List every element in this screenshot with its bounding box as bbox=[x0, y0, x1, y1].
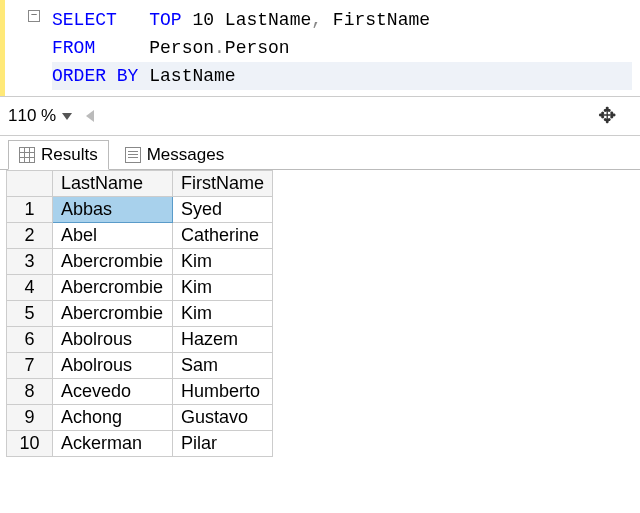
results-grid[interactable]: LastName FirstName 1 Abbas Syed 2 Abel C… bbox=[0, 170, 640, 457]
column-header-firstname[interactable]: FirstName bbox=[173, 171, 273, 197]
cell-lastname[interactable]: Abel bbox=[53, 223, 173, 249]
cell-lastname[interactable]: Abercrombie bbox=[53, 301, 173, 327]
table-row[interactable]: 2 Abel Catherine bbox=[7, 223, 273, 249]
row-number[interactable]: 2 bbox=[7, 223, 53, 249]
cell-firstname[interactable]: Catherine bbox=[173, 223, 273, 249]
cell-firstname[interactable]: Kim bbox=[173, 275, 273, 301]
cell-lastname[interactable]: Ackerman bbox=[53, 431, 173, 457]
scroll-left-icon[interactable] bbox=[86, 110, 94, 122]
cell-firstname[interactable]: Pilar bbox=[173, 431, 273, 457]
sql-editor[interactable]: − SELECT TOP 10 LastName, FirstName FROM… bbox=[0, 0, 640, 97]
row-number[interactable]: 3 bbox=[7, 249, 53, 275]
row-number[interactable]: 7 bbox=[7, 353, 53, 379]
table-row[interactable]: 10 Ackerman Pilar bbox=[7, 431, 273, 457]
zoom-bar: 110 % ✥ bbox=[0, 97, 640, 136]
code-line: SELECT TOP 10 LastName, FirstName bbox=[52, 6, 632, 34]
code-line: FROM Person.Person bbox=[52, 34, 632, 62]
table-row[interactable]: 8 Acevedo Humberto bbox=[7, 379, 273, 405]
messages-icon bbox=[125, 147, 141, 163]
table-row[interactable]: 5 Abercrombie Kim bbox=[7, 301, 273, 327]
tab-messages[interactable]: Messages bbox=[115, 141, 234, 169]
row-number[interactable]: 10 bbox=[7, 431, 53, 457]
cell-firstname[interactable]: Syed bbox=[173, 197, 273, 223]
zoom-dropdown-icon[interactable] bbox=[62, 113, 72, 120]
cell-firstname[interactable]: Gustavo bbox=[173, 405, 273, 431]
cell-lastname[interactable]: Achong bbox=[53, 405, 173, 431]
cell-lastname[interactable]: Abbas bbox=[53, 197, 173, 223]
code-area[interactable]: SELECT TOP 10 LastName, FirstName FROM P… bbox=[44, 0, 640, 96]
results-tabs: Results Messages bbox=[0, 136, 640, 170]
zoom-value: 110 % bbox=[8, 106, 56, 126]
row-number[interactable]: 8 bbox=[7, 379, 53, 405]
tab-label: Messages bbox=[147, 145, 224, 165]
table-row[interactable]: 9 Achong Gustavo bbox=[7, 405, 273, 431]
row-number[interactable]: 4 bbox=[7, 275, 53, 301]
cell-firstname[interactable]: Kim bbox=[173, 301, 273, 327]
column-header-lastname[interactable]: LastName bbox=[53, 171, 173, 197]
cell-lastname[interactable]: Abercrombie bbox=[53, 249, 173, 275]
table-row[interactable]: 7 Abolrous Sam bbox=[7, 353, 273, 379]
cell-lastname[interactable]: Acevedo bbox=[53, 379, 173, 405]
row-number[interactable]: 1 bbox=[7, 197, 53, 223]
table-row[interactable]: 6 Abolrous Hazem bbox=[7, 327, 273, 353]
row-number[interactable]: 9 bbox=[7, 405, 53, 431]
tab-results[interactable]: Results bbox=[8, 140, 109, 170]
editor-gutter: − bbox=[0, 0, 44, 96]
grid-icon bbox=[19, 147, 35, 163]
cell-firstname[interactable]: Sam bbox=[173, 353, 273, 379]
cell-lastname[interactable]: Abercrombie bbox=[53, 275, 173, 301]
code-line: ORDER BY LastName bbox=[52, 62, 632, 90]
table-row[interactable]: 1 Abbas Syed bbox=[7, 197, 273, 223]
cell-firstname[interactable]: Humberto bbox=[173, 379, 273, 405]
cell-firstname[interactable]: Kim bbox=[173, 249, 273, 275]
cell-firstname[interactable]: Hazem bbox=[173, 327, 273, 353]
rownum-header[interactable] bbox=[7, 171, 53, 197]
tab-label: Results bbox=[41, 145, 98, 165]
collapse-icon[interactable]: − bbox=[28, 10, 40, 22]
cell-lastname[interactable]: Abolrous bbox=[53, 327, 173, 353]
table-row[interactable]: 4 Abercrombie Kim bbox=[7, 275, 273, 301]
row-number[interactable]: 5 bbox=[7, 301, 53, 327]
row-number[interactable]: 6 bbox=[7, 327, 53, 353]
cell-lastname[interactable]: Abolrous bbox=[53, 353, 173, 379]
splitter-move-icon[interactable]: ✥ bbox=[598, 103, 632, 129]
table-row[interactable]: 3 Abercrombie Kim bbox=[7, 249, 273, 275]
